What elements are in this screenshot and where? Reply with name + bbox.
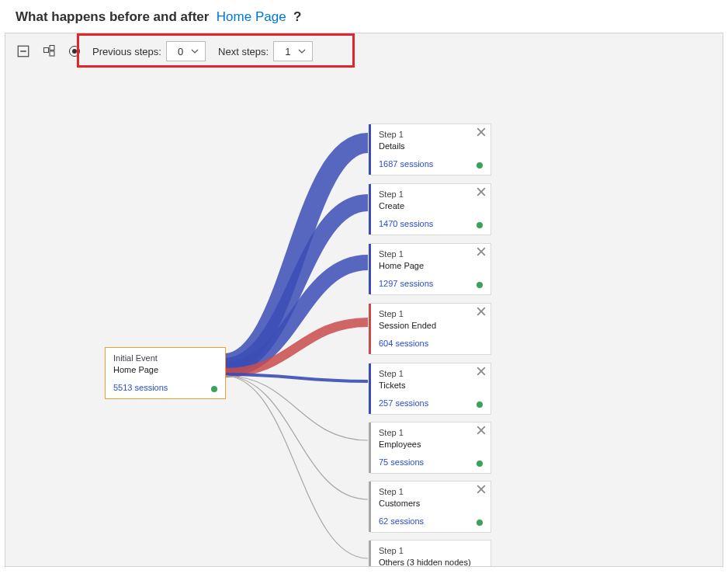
node-name: Session Ended <box>379 320 484 332</box>
status-dot <box>477 282 483 288</box>
radio-selected[interactable] <box>69 46 80 57</box>
step1-card-3[interactable]: Step 1Session Ended604 sessions <box>370 303 491 355</box>
status-dot <box>477 520 483 526</box>
accent-bar <box>369 363 371 414</box>
prev-steps-select[interactable]: 0 <box>166 41 206 61</box>
accent-bar <box>369 541 371 567</box>
svg-rect-1 <box>20 50 26 52</box>
node-sessions: 604 sessions <box>379 338 484 349</box>
step1-card-4[interactable]: Step 1Tickets257 sessions <box>370 363 491 415</box>
accent-bar <box>369 244 371 294</box>
node-sessions: 62 sessions <box>379 516 484 527</box>
close-icon[interactable] <box>477 247 486 256</box>
initial-step-label: Initial Event <box>113 353 219 364</box>
initial-event-name: Home Page <box>113 364 219 376</box>
svg-rect-4 <box>50 51 54 56</box>
close-icon[interactable] <box>477 187 486 196</box>
step-label: Step 1 <box>379 486 484 498</box>
flow-links <box>5 69 719 567</box>
accent-bar <box>369 124 371 175</box>
node-name: Create <box>379 200 484 212</box>
toolbar: Previous steps: 0 Next steps: 1 <box>5 33 723 69</box>
accent-bar <box>369 184 371 235</box>
step-label: Step 1 <box>379 308 484 320</box>
step-label: Step 1 <box>379 249 484 260</box>
initial-event-card[interactable]: Initial Event Home Page 5513 sessions <box>105 347 226 399</box>
page-title: What happens before and after Home Page … <box>0 0 728 33</box>
close-icon[interactable] <box>477 307 486 316</box>
next-steps-value: 1 <box>285 46 290 57</box>
prev-steps-label: Previous steps: <box>92 46 161 57</box>
next-steps-label: Next steps: <box>218 46 269 57</box>
step-label: Step 1 <box>379 427 484 439</box>
node-name: Tickets <box>379 380 484 391</box>
chevron-down-icon <box>191 47 199 55</box>
step1-card-5[interactable]: Step 1Employees75 sessions <box>370 422 491 474</box>
node-name: Home Page <box>379 260 484 272</box>
step-label: Step 1 <box>379 545 484 557</box>
step1-card-7[interactable]: Step 1Others (3 hidden nodes)61 sessions… <box>370 540 491 567</box>
close-icon[interactable] <box>477 367 486 376</box>
status-dot <box>211 386 217 392</box>
status-dot <box>477 162 483 169</box>
collapse-icon[interactable] <box>16 44 30 58</box>
status-dot <box>477 461 483 467</box>
flow-canvas: Initial Event Home Page 5513 sessions St… <box>5 69 723 566</box>
close-icon[interactable] <box>477 127 486 137</box>
accent-bar <box>369 304 371 354</box>
node-name: Customers <box>379 498 484 509</box>
step1-card-1[interactable]: Step 1Create1470 sessions <box>370 183 491 235</box>
step-label: Step 1 <box>379 189 484 200</box>
node-sessions: 257 sessions <box>379 398 484 409</box>
prev-steps-value: 0 <box>178 46 183 57</box>
next-steps-select[interactable]: 1 <box>273 41 313 61</box>
svg-rect-2 <box>44 48 49 53</box>
node-name: Details <box>379 141 484 152</box>
step-label: Step 1 <box>379 368 484 380</box>
node-sessions: 1470 sessions <box>379 218 484 230</box>
node-name: Employees <box>379 439 484 450</box>
title-prefix: What happens before and after <box>16 9 209 24</box>
step1-card-6[interactable]: Step 1Customers62 sessions <box>370 481 491 533</box>
accent-bar <box>369 422 371 473</box>
step1-card-0[interactable]: Step 1Details1687 sessions <box>370 123 491 176</box>
node-name: Others (3 hidden nodes) <box>379 557 484 567</box>
status-dot <box>477 402 483 408</box>
node-sessions: 1687 sessions <box>379 158 484 170</box>
node-sessions: 75 sessions <box>379 457 484 468</box>
title-suffix: ? <box>293 9 301 24</box>
step1-card-2[interactable]: Step 1Home Page1297 sessions <box>370 243 491 295</box>
close-icon[interactable] <box>477 485 486 494</box>
title-event-link[interactable]: Home Page <box>217 9 286 24</box>
status-dot <box>477 222 483 228</box>
svg-rect-3 <box>50 46 54 50</box>
initial-sessions: 5513 sessions <box>113 382 219 394</box>
node-sessions: 1297 sessions <box>379 278 484 290</box>
chevron-down-icon <box>298 47 306 55</box>
layout-icon[interactable] <box>43 44 57 58</box>
accent-bar <box>369 481 371 532</box>
flow-panel: Previous steps: 0 Next steps: 1 <box>5 33 723 567</box>
close-icon[interactable] <box>477 426 486 435</box>
step-label: Step 1 <box>379 129 484 141</box>
